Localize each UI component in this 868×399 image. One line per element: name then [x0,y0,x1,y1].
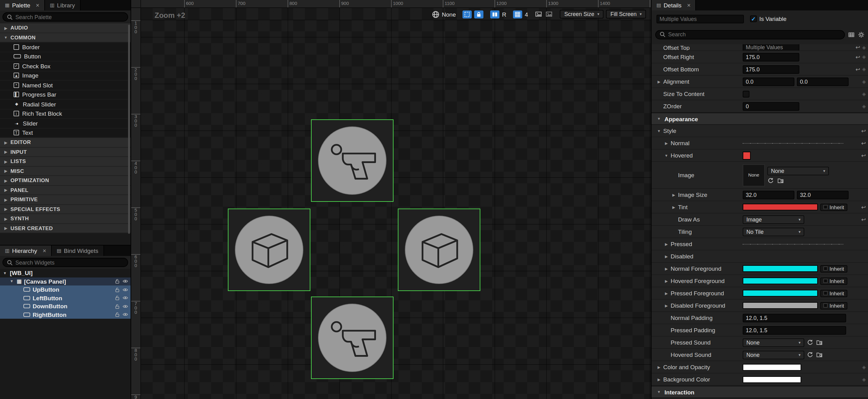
reset-to-default-icon[interactable]: ↩ [856,66,860,72]
grid-size-label[interactable]: 4 [525,11,528,18]
palette-category-user-created[interactable]: ▶USER CREATED [0,224,130,233]
color-bar[interactable] [743,204,818,210]
property-input[interactable] [797,77,848,86]
tab-details[interactable]: ▤ Details × [652,0,696,10]
use-selected-asset-icon[interactable] [807,339,813,346]
inherit-toggle[interactable]: Inherit [820,265,847,272]
expander-icon[interactable]: ▶ [671,205,676,209]
category-expander-icon[interactable]: ▶ [4,217,8,221]
browse-asset-icon[interactable] [816,339,823,346]
globe-icon[interactable] [431,10,439,18]
palette-category-synth[interactable]: ▶SYNTH [0,214,130,224]
property-input[interactable] [743,326,846,334]
palette-category-editor[interactable]: ▶EDITOR [0,138,130,147]
palette-category-audio[interactable]: ▶AUDIO [0,23,130,33]
screen-size-dropdown[interactable]: Screen Size ▾ [560,10,604,19]
bind-icon[interactable]: ◈ [862,91,866,97]
preview-world-label[interactable]: None [442,11,456,18]
property-input[interactable] [743,44,799,51]
color-bar[interactable] [743,290,818,297]
expander-icon[interactable]: ▶ [664,303,669,308]
lock-icon[interactable] [115,312,120,318]
eye-icon[interactable] [122,312,129,318]
dropdown[interactable]: None▾ [743,351,804,359]
expander-icon[interactable]: ▶ [656,365,661,369]
category-expander-icon[interactable]: ▶ [4,169,8,173]
eye-icon[interactable] [122,287,129,293]
property-checkbox[interactable] [743,91,749,97]
property-input[interactable] [743,191,795,199]
palette-item-radial-slider[interactable]: ◆Radial Slider [0,100,130,109]
details-search-input[interactable] [668,31,841,37]
category-expander-icon[interactable]: ▶ [4,226,8,230]
expander-icon[interactable]: ▶ [664,141,669,145]
palette-category-special-effects[interactable]: ▶SPECIAL EFFECTS [0,205,130,214]
property-input[interactable] [743,313,846,322]
inherit-toggle[interactable]: Inherit [820,203,847,211]
hierarchy-item-downbutton[interactable]: DownButton [0,302,130,310]
details-search[interactable] [655,30,845,39]
color-bar[interactable] [743,265,818,272]
palette-category-optimization[interactable]: ▶OPTIMIZATION [0,176,130,186]
expander-icon[interactable]: ▼ [664,154,669,157]
color-swatch[interactable] [743,152,751,159]
browse-asset-icon[interactable] [777,177,784,184]
hierarchy-item-wb-ui[interactable]: ▼[WB_UI] [0,269,130,277]
section-interaction[interactable]: ▼Interaction [652,386,868,398]
widget-rightbutton[interactable] [398,208,480,291]
expander-icon[interactable]: ▶ [664,291,669,295]
widget-name-input[interactable] [656,14,744,23]
palette-category-misc[interactable]: ▶MISC [0,166,130,176]
reset-to-default-icon[interactable]: ↩ [861,128,866,134]
expander-icon[interactable]: ▶ [664,279,669,283]
palette-item-button[interactable]: Button [0,52,130,62]
lock-icon[interactable] [115,278,120,285]
tab-library[interactable]: ▥ Library [45,0,81,10]
palette-search-input[interactable] [16,14,124,20]
property-input[interactable] [743,53,799,61]
dropdown[interactable]: No Tile▾ [743,227,804,236]
property-input[interactable] [797,191,848,199]
hierarchy-search-input[interactable] [16,259,124,265]
outline-toggle-button[interactable] [463,10,472,18]
color-bar[interactable] [743,364,801,370]
grid-snap-button[interactable] [513,10,522,18]
lock-icon[interactable] [115,303,120,309]
bind-icon[interactable]: ◈ [862,103,866,109]
palette-item-check-box[interactable]: ✓Check Box [0,62,130,71]
category-expander-icon[interactable]: ▶ [4,207,8,211]
category-expander-icon[interactable]: ▶ [4,198,8,202]
palette-scrollbar[interactable] [128,25,130,234]
browse-asset-icon[interactable] [816,351,823,358]
category-expander-icon[interactable]: ▶ [4,178,8,183]
is-variable-checkbox[interactable]: ✓ [750,15,757,22]
dropdown[interactable]: Image▾ [743,215,804,224]
expander-icon[interactable]: ▶ [671,193,676,197]
close-icon[interactable]: × [687,2,691,9]
palette-search[interactable] [2,12,128,22]
palette-category-input[interactable]: ▶INPUT [0,147,130,157]
widget-upbutton[interactable] [311,119,394,202]
image-thumbnail[interactable]: None [743,164,765,186]
color-bar[interactable] [743,277,818,284]
expander-icon[interactable]: ▶ [664,242,669,246]
palette-item-rich-text-block[interactable]: iRich Text Block [0,109,130,119]
category-expander-icon[interactable]: ▼ [4,36,8,39]
display-filter-icon[interactable] [848,31,855,38]
columns-button[interactable] [491,10,500,18]
settings-gear-icon[interactable] [858,31,865,38]
section-expander-icon[interactable]: ▼ [656,117,661,121]
property-input[interactable] [743,102,799,110]
canvas-viewport[interactable]: Zoom +2 None R 4 Screen Size ▾ [141,8,651,399]
palette-item-slider[interactable]: -●Slider [0,119,130,128]
reset-to-default-icon[interactable]: ↩ [861,204,866,210]
category-expander-icon[interactable]: ▶ [4,26,8,30]
section-appearance[interactable]: ▼Appearance [652,112,868,125]
r-label[interactable]: R [502,11,506,18]
hierarchy-search[interactable] [2,258,128,267]
expander-icon[interactable]: ▶ [664,266,669,271]
palette-item-named-slot[interactable]: *Named Slot [0,80,130,90]
tab-bind-widgets[interactable]: ▤ Bind Widgets [52,245,104,256]
close-icon[interactable]: × [36,2,39,9]
dropdown[interactable]: None▾ [743,338,804,347]
